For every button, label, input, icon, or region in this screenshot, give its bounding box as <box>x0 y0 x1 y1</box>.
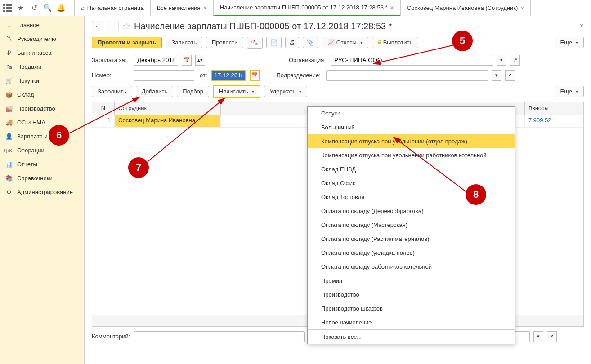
number-input[interactable] <box>134 70 194 81</box>
write-button[interactable]: Записать <box>166 37 202 48</box>
step-up-button[interactable]: ▴▾ <box>195 55 205 66</box>
tab-home[interactable]: ⌂Начальная страница <box>74 0 151 16</box>
doc-button[interactable]: 📄 <box>266 37 282 48</box>
post-close-button[interactable]: Провести и закрыть <box>92 37 162 48</box>
menu-item[interactable]: Отпуск <box>308 107 515 120</box>
bell-icon[interactable]: 🔔 <box>57 4 66 13</box>
tab-doc[interactable]: Начисление зарплаты ПШБП-000005 от 17.12… <box>213 0 401 16</box>
content-area: ← → ☆ Начисление зарплаты ПШБП-000005 от… <box>85 16 591 364</box>
resp-open-button[interactable]: ↗ <box>547 331 557 342</box>
org-open-button[interactable]: ↗ <box>510 55 520 66</box>
cell-n: 1 <box>92 115 115 127</box>
number-label: Номер: <box>92 72 130 79</box>
fill-button[interactable]: Заполнить <box>92 86 132 97</box>
cart-icon: 🛒 <box>5 77 13 84</box>
tab-label: Начисление зарплаты ПШБП-000005 от 17.12… <box>220 4 388 11</box>
dept-open-button[interactable]: ↗ <box>505 70 515 81</box>
sidebar-label: Склад <box>17 91 34 98</box>
dept-input[interactable] <box>326 70 488 81</box>
menu-item[interactable]: Новое начисление <box>308 315 515 329</box>
menu-item[interactable]: Производство <box>308 288 515 302</box>
forward-button[interactable]: → <box>107 21 119 31</box>
menu-show-all[interactable]: Показать все... <box>308 330 515 344</box>
more-table-button[interactable]: Еще <box>555 86 584 97</box>
sidebar-label: Справочники <box>17 175 53 182</box>
ruble-icon: ₽ <box>5 49 13 56</box>
sidebar-item-assets[interactable]: 🚚ОС и НМА <box>0 115 84 129</box>
menu-item[interactable]: Компенсация отпуска при увольнении работ… <box>308 148 515 162</box>
menu-item[interactable]: Оплата по окладу (укладка полов) <box>308 246 515 260</box>
print-icon: 🖨 <box>289 39 295 46</box>
withhold-button[interactable]: Удержать <box>264 86 308 97</box>
sidebar-item-directories[interactable]: 📚Справочники <box>0 171 84 185</box>
attach-button[interactable]: 📎 <box>303 37 318 48</box>
cell-contrib[interactable]: 7 909,52 <box>525 115 583 127</box>
sidebar-label: ОС и НМА <box>17 119 45 126</box>
sidebar-item-main[interactable]: ≡Главное <box>0 18 84 32</box>
menu-item[interactable]: Больничный <box>308 120 515 134</box>
doc-icon: 📄 <box>270 39 278 46</box>
close-icon[interactable]: × <box>390 4 394 11</box>
calendar-button[interactable]: 📅 <box>182 55 192 66</box>
sidebar-item-bank[interactable]: ₽Банк и касса <box>0 46 84 60</box>
search-icon[interactable]: 🔍 <box>43 4 52 13</box>
dept-dropdown-button[interactable]: ▾ <box>492 70 501 81</box>
sidebar-item-admin[interactable]: ⚙Администрирование <box>0 185 84 199</box>
accrue-button[interactable]: Начислить <box>213 85 260 98</box>
close-button[interactable]: × <box>580 22 584 30</box>
menu-item[interactable]: Премия <box>308 274 515 288</box>
menu-item[interactable]: Оклад ЕНВД <box>308 162 515 176</box>
print-button[interactable]: 🖨 <box>285 37 299 48</box>
tab-all[interactable]: Все начисления× <box>150 0 214 16</box>
cell-employee[interactable]: Сосковец Марина Ивановна <box>115 115 221 127</box>
apps-icon[interactable] <box>3 4 12 13</box>
col-n[interactable]: N <box>92 102 115 115</box>
sidebar-item-operations[interactable]: ДтКтОперации <box>0 143 84 157</box>
sidebar-item-production[interactable]: 🏭Производство <box>0 102 84 115</box>
tab-employee[interactable]: Сосковец Марина Ивановна (Сотрудник)× <box>400 0 531 16</box>
sidebar-label: Руководителю <box>17 36 56 42</box>
back-button[interactable]: ← <box>92 21 103 31</box>
col-contrib[interactable]: Взносы <box>525 102 583 115</box>
comment-input[interactable] <box>134 331 305 342</box>
pay-button[interactable]: ₽Выплатить <box>372 37 419 48</box>
dtkt-button[interactable]: ДтКт <box>247 37 262 49</box>
star-icon[interactable]: ★ <box>16 4 25 13</box>
contrib-link[interactable]: 7 909,52 <box>528 117 551 124</box>
resp-dropdown-button[interactable]: ▾ <box>533 331 543 342</box>
favorite-icon[interactable]: ☆ <box>122 21 130 31</box>
date-input[interactable] <box>211 70 246 81</box>
sidebar-item-reports[interactable]: 📊Отчеты <box>0 157 84 171</box>
pick-button[interactable]: Подбор <box>177 86 209 97</box>
report-icon: 📈 <box>327 39 335 46</box>
menu-item[interactable]: Производство шкафов <box>308 302 515 315</box>
home-icon: ⌂ <box>81 4 85 11</box>
sidebar-item-sales[interactable]: 🛍Продажи <box>0 60 84 74</box>
org-input[interactable] <box>331 55 493 66</box>
org-dropdown-button[interactable]: ▾ <box>497 55 506 66</box>
sidebar-item-salary[interactable]: 👤Зарплата и кадры <box>0 129 84 143</box>
sidebar-label: Банк и касса <box>17 49 52 56</box>
reports-button[interactable]: 📈Отчеты <box>322 37 368 48</box>
person-icon: 👤 <box>5 133 13 140</box>
add-button[interactable]: Добавить <box>136 86 173 97</box>
coin-icon: ₽ <box>378 39 381 46</box>
col-employee[interactable]: Сотрудник <box>115 102 221 115</box>
close-icon[interactable]: × <box>203 4 207 12</box>
sidebar-item-manager[interactable]: 〽Руководителю <box>0 32 84 46</box>
menu-item[interactable]: Оплата по окладу (Деревообработка) <box>308 204 515 218</box>
menu-item[interactable]: Оплата по окладу работников котельной <box>308 260 515 274</box>
history-icon[interactable]: ↺ <box>30 4 39 13</box>
menu-item[interactable]: Оплата по окладу (Мастерская) <box>308 218 515 232</box>
salary-for-input[interactable] <box>134 55 178 66</box>
post-button[interactable]: Провести <box>206 37 244 48</box>
menu-item[interactable]: Оплата по окладу (Распил материалов) <box>308 232 515 246</box>
more-button[interactable]: Еще <box>555 37 584 48</box>
sidebar-item-warehouse[interactable]: 📦Склад <box>0 88 84 102</box>
gear-icon: ⚙ <box>5 189 13 195</box>
sidebar-item-purchases[interactable]: 🛒Покупки <box>0 74 84 88</box>
close-icon[interactable]: × <box>520 4 524 12</box>
tab-label: Сосковец Марина Ивановна (Сотрудник) <box>407 4 518 11</box>
date-calendar-button[interactable]: 📅 <box>250 70 260 81</box>
menu-item-selected[interactable]: Компенсация отпуска при увольнении (отде… <box>308 134 515 148</box>
